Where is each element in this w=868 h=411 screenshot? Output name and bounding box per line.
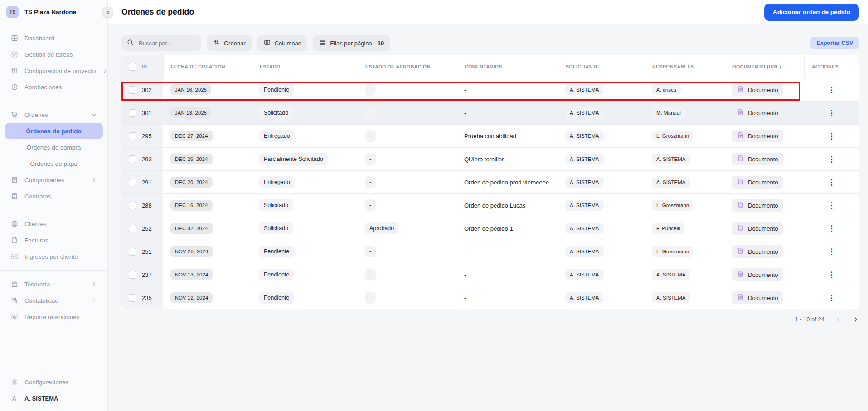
search-input[interactable] [138, 39, 196, 47]
row-checkbox[interactable] [129, 132, 136, 140]
table-row[interactable]: 295DEC 27, 2024Entregado-Prueba contabil… [121, 124, 859, 147]
row-checkbox[interactable] [129, 271, 136, 279]
approval-status-badge: - [365, 199, 376, 211]
approval-status-badge: - [365, 292, 376, 304]
document-link[interactable]: Documento [732, 153, 783, 165]
row-actions-menu[interactable]: ⋮ [828, 86, 835, 94]
document-link[interactable]: Documento [732, 245, 783, 258]
table-row[interactable]: 251NOV 28, 2024Pendiente--A. SISTEMAL. G… [121, 240, 859, 263]
row-id: 237 [142, 271, 152, 278]
table-cell: A. SISTEMA [558, 78, 645, 101]
sidebar-item-ordenes[interactable]: Ordenes [5, 106, 103, 123]
row-actions-menu[interactable]: ⋮ [828, 179, 835, 186]
table-cell: ⋮ [804, 148, 859, 170]
bank-icon [10, 280, 18, 288]
export-csv-button[interactable]: Exportar CSV [810, 37, 859, 49]
document-link[interactable]: Documento [732, 199, 783, 212]
sidebar-item-label: Comprobantes [24, 177, 85, 184]
rows-per-page-button[interactable]: Filas por página 10 [313, 35, 390, 51]
table-cell: ⋮ [804, 263, 859, 286]
column-header-estado: ESTADO [252, 55, 358, 78]
sidebar-item-tesoreria[interactable]: Tesorería [5, 276, 103, 292]
comments-cell: Orden de pedido prod vierneeee [457, 171, 558, 193]
pagination-next-button[interactable] [853, 316, 859, 323]
table-row[interactable]: 293DEC 26, 2024Parcialmente Solicitado-Q… [121, 147, 859, 170]
workspace-switcher[interactable]: TS TS Plaza Nardone [0, 0, 107, 24]
sidebar-item-ordenes-de-pago[interactable]: Órdenes de pago [5, 155, 103, 172]
select-all-checkbox[interactable] [129, 63, 136, 71]
sidebar-item-dashboard[interactable]: Dashboard [5, 30, 103, 46]
row-checkbox[interactable] [129, 225, 136, 232]
sidebar-item-configuracion-de-proyecto[interactable]: Configuracion de proyecto [5, 63, 103, 79]
row-id: 293 [142, 156, 152, 163]
sidebar-item-gestion-de-tareas[interactable]: Gestión de tareas [5, 46, 103, 63]
approval-status-badge: - [365, 84, 376, 96]
table-cell: Documento [725, 171, 804, 193]
chevron-right-icon [92, 298, 97, 303]
document-link[interactable]: Documento [732, 222, 783, 235]
table-row[interactable]: 235NOV 12, 2024Pendiente--A. SISTEMAA. S… [121, 286, 859, 309]
table-row[interactable]: 252DEC 02, 2024SolicitadoAprobadoOrden d… [121, 217, 859, 240]
document-link[interactable]: Documento [732, 176, 783, 189]
document-link[interactable]: Documento [732, 268, 783, 281]
cart-icon [10, 111, 18, 119]
row-actions-menu[interactable]: ⋮ [828, 155, 835, 163]
sidebar-item-usuario[interactable]: AA. SISTEMA [5, 390, 103, 406]
document-link[interactable]: Documento [732, 83, 783, 96]
sidebar-item-clientes[interactable]: Clientes [5, 216, 103, 232]
sidebar-item-aprobaciones[interactable]: Aprobaciones [5, 79, 103, 95]
column-header-acciones: ACCIONES [804, 55, 859, 78]
creation-date-badge: JAN 16, 2025 [170, 84, 211, 95]
table-cell: JAN 16, 2025 [163, 78, 252, 101]
table-cell: Entregado [252, 171, 358, 193]
table-row[interactable]: 301JAN 13, 2025Solicitado--A. SISTEMAM. … [121, 101, 859, 124]
row-actions-menu[interactable]: ⋮ [828, 109, 835, 117]
row-actions-menu[interactable]: ⋮ [828, 202, 835, 209]
creation-date-badge: DEC 16, 2024 [170, 200, 213, 211]
row-checkbox[interactable] [129, 86, 136, 94]
sidebar-item-reporte-retenciones[interactable]: Reporte retenciones [5, 309, 103, 325]
row-checkbox[interactable] [129, 155, 136, 163]
table-cell: Documento [725, 263, 804, 286]
table-row[interactable]: 237NOV 13, 2024Pendiente--A. SISTEMAA. S… [121, 263, 859, 286]
sort-button[interactable]: Ordenar [207, 35, 252, 51]
row-actions-menu[interactable]: ⋮ [828, 271, 835, 279]
responsible-badge: M. Manual [652, 107, 685, 118]
columns-button[interactable]: Columnas [257, 35, 308, 51]
row-actions-menu[interactable]: ⋮ [828, 132, 835, 140]
table-row[interactable]: 291DEC 20, 2024Entregado-Orden de pedido… [121, 170, 859, 193]
row-actions-menu[interactable]: ⋮ [828, 248, 835, 256]
sidebar-item-configuraciones[interactable]: Configuraciones [5, 374, 103, 390]
table-row[interactable]: 288DEC 16, 2024Solicitado-Orden de pedid… [121, 193, 859, 217]
chart-bar-icon [10, 313, 18, 321]
table-cell: Documento [725, 217, 804, 240]
document-link[interactable]: Documento [732, 130, 783, 142]
sidebar-item-comprobantes[interactable]: Comprobantes [5, 172, 103, 188]
document-link[interactable]: Documento [732, 291, 783, 304]
table-row[interactable]: 302JAN 16, 2025Pendiente--A. SISTEMAA. c… [121, 78, 859, 101]
sidebar-item-contabilidad[interactable]: Contabilidad [5, 292, 103, 309]
row-checkbox[interactable] [129, 202, 136, 209]
sidebar-item-ingresos-por-cliente[interactable]: Ingresos por cliente [5, 248, 103, 265]
pagination-prev-button[interactable] [835, 316, 842, 323]
requester-badge: A. SISTEMA [565, 223, 604, 234]
row-checkbox[interactable] [129, 294, 136, 302]
table-cell: ⋮ [804, 125, 859, 147]
column-header-label: DOCUMENTO (URL) [732, 64, 781, 69]
row-checkbox[interactable] [129, 179, 136, 186]
sidebar-item-ordenes-de-compra[interactable]: Órdenes de compra [5, 139, 103, 155]
sidebar-item-contratos[interactable]: Contratos [5, 188, 103, 204]
row-id: 235 [142, 295, 152, 301]
row-checkbox[interactable] [129, 248, 136, 256]
status-badge: Parcialmente Solicitado [259, 153, 328, 165]
add-order-button[interactable]: Adicionar orden de pedido [764, 4, 859, 21]
row-actions-menu[interactable]: ⋮ [828, 225, 835, 232]
responsible-badge: A. SISTEMA [652, 292, 690, 303]
document-link[interactable]: Documento [732, 106, 783, 119]
table-cell: Aprobado [358, 217, 457, 240]
row-checkbox[interactable] [129, 109, 136, 117]
row-actions-menu[interactable]: ⋮ [828, 294, 835, 302]
sidebar-collapse-button[interactable]: « [102, 7, 113, 18]
sidebar-item-ordenes-de-pedido[interactable]: Órdenes de pedido [5, 123, 103, 139]
sidebar-item-facturas[interactable]: Facturas [5, 232, 103, 248]
